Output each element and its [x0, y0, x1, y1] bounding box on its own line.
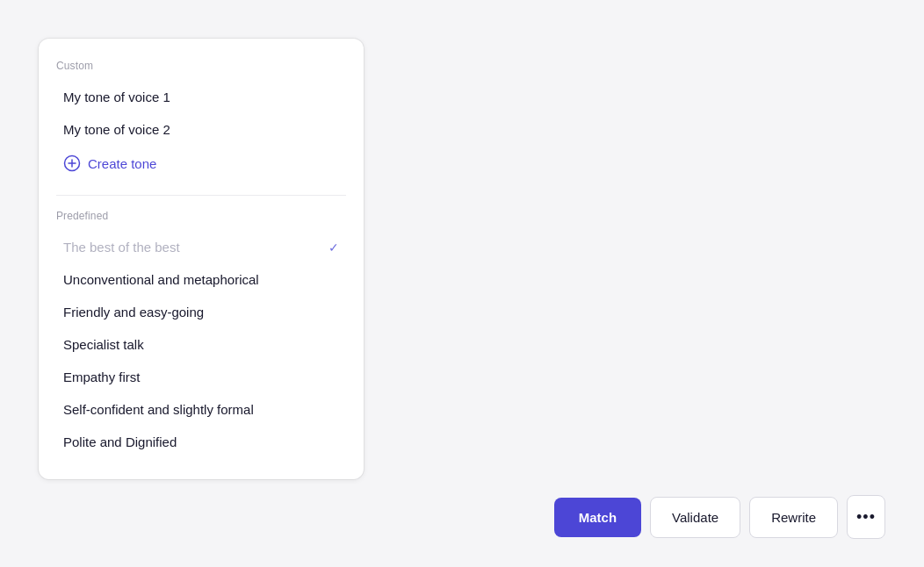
predefined-tone-specialist-label: Specialist talk — [63, 337, 144, 352]
custom-section-label: Custom — [56, 60, 346, 72]
predefined-tone-unconventional-label: Unconventional and metaphorical — [63, 272, 259, 287]
rewrite-button[interactable]: Rewrite — [749, 497, 838, 538]
predefined-tone-empathy-label: Empathy first — [63, 370, 141, 384]
tone-panel: Custom My tone of voice 1 My tone of voi… — [39, 39, 364, 479]
plus-circle-icon — [63, 154, 81, 172]
custom-tone-2[interactable]: My tone of voice 2 — [56, 113, 346, 146]
predefined-tone-specialist[interactable]: Specialist talk — [56, 328, 346, 361]
validate-button[interactable]: Validate — [650, 497, 740, 538]
predefined-tone-unconventional[interactable]: Unconventional and metaphorical — [56, 263, 346, 296]
custom-tone-2-label: My tone of voice 2 — [63, 122, 170, 137]
predefined-tone-polite[interactable]: Polite and Dignified — [56, 426, 346, 458]
more-dots-icon: ••• — [856, 508, 876, 527]
create-tone-label: Create tone — [88, 156, 156, 171]
predefined-tone-friendly-label: Friendly and easy-going — [63, 305, 204, 319]
predefined-tone-selfconfident[interactable]: Self-confident and slightly formal — [56, 393, 346, 426]
action-buttons: Match Validate Rewrite ••• — [554, 495, 885, 539]
predefined-tone-friendly[interactable]: Friendly and easy-going — [56, 296, 346, 328]
section-divider — [56, 195, 346, 196]
check-icon: ✓ — [328, 240, 339, 255]
predefined-section-label: Predefined — [56, 210, 346, 222]
more-options-button[interactable]: ••• — [847, 495, 885, 539]
custom-tone-1[interactable]: My tone of voice 1 — [56, 81, 346, 113]
predefined-tone-selfconfident-label: Self-confident and slightly formal — [63, 402, 254, 417]
predefined-tone-best[interactable]: The best of the best ✓ — [56, 231, 346, 263]
predefined-tone-best-label: The best of the best — [63, 240, 180, 255]
custom-tone-1-label: My tone of voice 1 — [63, 90, 170, 104]
predefined-tone-polite-label: Polite and Dignified — [63, 434, 177, 449]
create-tone-button[interactable]: Create tone — [56, 146, 346, 181]
predefined-tone-empathy[interactable]: Empathy first — [56, 361, 346, 393]
match-button[interactable]: Match — [554, 498, 641, 537]
